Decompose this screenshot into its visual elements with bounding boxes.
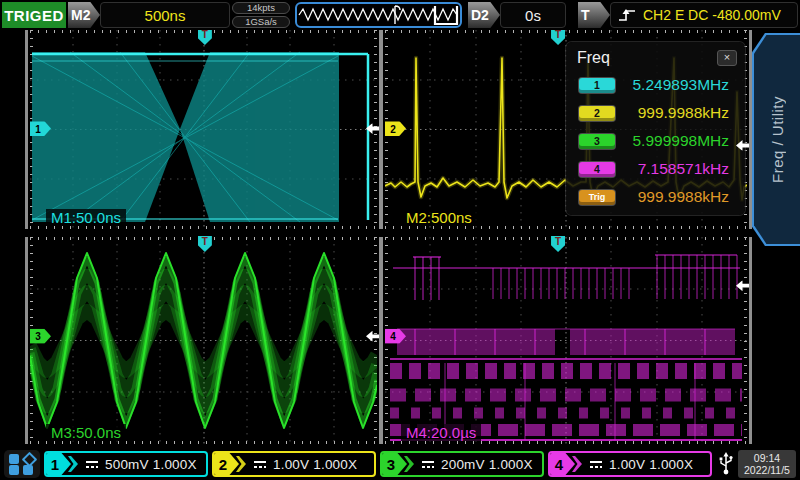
bottom-status-bar: 1 500mV 1.000X 2 1.00V 1.000X 3 200mV 1.… (0, 448, 800, 480)
trigger-settings-readout[interactable]: CH2 E DC -480.00mV (610, 2, 798, 28)
freq-panel-title: Freq (577, 49, 610, 67)
window-m3-timebase-label: M3:50.0ns (46, 424, 126, 441)
memory-depth: 14kpts (232, 2, 290, 14)
app-menu-icon[interactable] (4, 450, 40, 478)
oscilloscope-screen: TRIGED M2 500ns 14kpts 1GSa/s D2 0s T CH (0, 0, 800, 480)
channel-3-status[interactable]: 3 200mV 1.000X (380, 451, 544, 477)
window-m2-timebase-label: M2:500ns (401, 209, 477, 226)
dc-coupling-icon (420, 458, 436, 470)
ch4-waveform (385, 237, 747, 444)
trigger-condition-text: CH2 E DC -480.00mV (643, 7, 781, 23)
clock-date: 2022/11/5 (744, 464, 790, 476)
usb-icon (718, 452, 734, 476)
delay-ref-badge: D2 (468, 2, 500, 28)
ch1-waveform (30, 30, 377, 229)
freq-row-ch2: 2 999.9988kHz (566, 99, 745, 127)
freq-row-ch1: 1 5.249893MHz (566, 71, 745, 99)
clock-time: 09:14 (754, 452, 780, 464)
menu-square-icon (9, 454, 19, 464)
ch1-freq-value: 5.249893MHz (615, 76, 745, 94)
menu-square-icon (9, 465, 19, 475)
channel-1-badge: 1 (46, 453, 71, 475)
menu-square-icon (23, 465, 33, 475)
dc-coupling-icon (84, 458, 100, 470)
acquisition-info: 14kpts 1GSa/s (232, 2, 290, 28)
preview-waveform-icon (297, 4, 460, 26)
ch3-source-badge: 3 (579, 134, 615, 149)
close-icon[interactable]: × (717, 50, 737, 66)
freq-panel-header: Freq × (566, 42, 745, 71)
freq-row-ch3: 3 5.999998MHz (566, 127, 745, 155)
ch4-freq-value: 7.158571kHz (615, 160, 745, 178)
channel-1-status[interactable]: 1 500mV 1.000X (44, 451, 208, 477)
ch2-source-badge: 2 (579, 106, 615, 121)
freq-row-trig: Trig 999.9988kHz (566, 183, 745, 211)
tab-freq-utility-face: Freq / Utility (754, 35, 800, 244)
datetime-display: 09:14 2022/11/5 (738, 450, 796, 478)
channel-4-badge: 4 (550, 453, 575, 475)
freq-panel: Freq × 1 5.249893MHz 2 999.9988kHz 3 5.9… (566, 42, 745, 215)
channel-2-settings: 1.00V 1.000X (273, 457, 357, 472)
dc-coupling-icon (588, 458, 604, 470)
tab-freq-utility[interactable]: Freq / Utility (752, 33, 800, 246)
timebase-readout[interactable]: 500ns (100, 2, 230, 28)
ch4-source-badge: 4 (579, 162, 615, 177)
trig-source-badge: Trig (579, 190, 615, 205)
sample-rate: 1GSa/s (232, 16, 290, 28)
ch1-source-badge: 1 (579, 78, 615, 93)
timebase-value: 500ns (145, 7, 186, 24)
waveform-preview[interactable] (295, 2, 462, 28)
rising-edge-icon (617, 7, 637, 24)
window-m1[interactable]: T 1 M1:50.0ns (30, 30, 377, 229)
window-m4-timebase-label: M4:20.0µs (401, 424, 481, 441)
horizontal-ref-badge: M2 (68, 2, 100, 28)
channel-3-settings: 200mV 1.000X (441, 457, 533, 472)
delay-readout[interactable]: 0s (500, 2, 566, 28)
window-m1-timebase-label: M1:50.0ns (46, 209, 126, 226)
trig-freq-value: 999.9988kHz (615, 188, 745, 206)
window-m3[interactable]: T 3 M3:50.0ns (30, 237, 377, 444)
channel-4-status[interactable]: 4 1.00V 1.000X (548, 451, 712, 477)
channel-1-settings: 500mV 1.000X (105, 457, 197, 472)
ch2-freq-value: 999.9988kHz (615, 104, 745, 122)
ch3-freq-value: 5.999998MHz (615, 132, 745, 150)
channel-4-settings: 1.00V 1.000X (609, 457, 693, 472)
channel-2-status[interactable]: 2 1.00V 1.000X (212, 451, 376, 477)
ch3-waveform (30, 237, 377, 444)
trigger-status-badge: TRIGED (2, 2, 66, 28)
freq-row-ch4: 4 7.158571kHz (566, 155, 745, 183)
channel-3-badge: 3 (382, 453, 407, 475)
window-m4[interactable]: T 4 M4:20.0µs (385, 237, 747, 444)
trigger-badge: T (578, 2, 610, 28)
delay-value: 0s (525, 7, 541, 24)
channel-2-badge: 2 (214, 453, 239, 475)
top-status-bar: TRIGED M2 500ns 14kpts 1GSa/s D2 0s T CH (0, 0, 800, 30)
tab-freq-utility-label: Freq / Utility (769, 96, 786, 183)
dc-coupling-icon (252, 458, 268, 470)
